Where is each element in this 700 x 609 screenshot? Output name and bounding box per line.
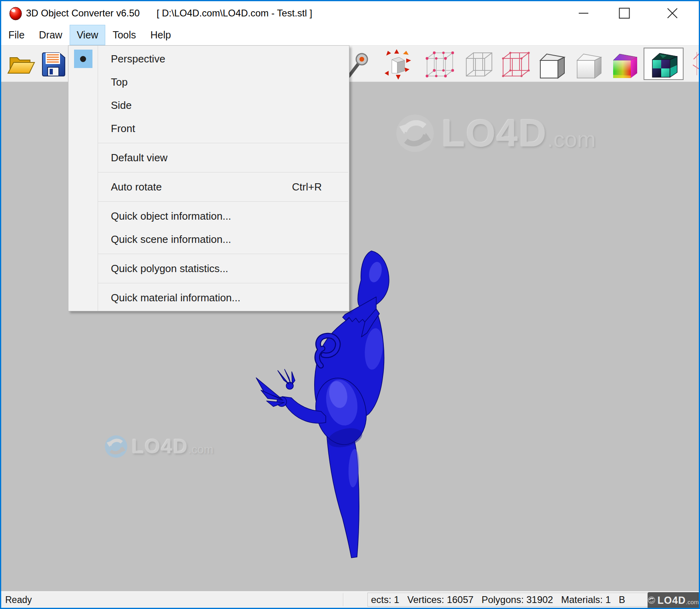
smooth-shaded-cube-button[interactable] (572, 49, 606, 80)
menu-separator (68, 251, 349, 257)
minimize-icon (578, 8, 589, 18)
smooth-shaded-cube-icon (573, 49, 604, 80)
view-menu-dropdown: Perspective Top Side Front Default view … (68, 45, 349, 311)
app-title: 3D Object Converter v6.50 (26, 8, 140, 19)
menu-item-top[interactable]: Top (68, 70, 349, 94)
gradient-colored-cube-icon (609, 49, 640, 80)
app-icon (9, 6, 22, 20)
textured-cube-button-selected[interactable] (644, 48, 684, 80)
flat-shaded-cube-icon (536, 49, 568, 80)
menu-item-quick-polygon-statistics[interactable]: Quick polygon statistics... (68, 257, 349, 280)
menu-item-label: Perspective (111, 53, 165, 65)
gradient-cube-button[interactable] (608, 49, 642, 80)
menu-item-label: Quick scene information... (111, 233, 231, 246)
menu-item-front[interactable]: Front (68, 117, 349, 140)
open-folder-icon (7, 52, 36, 77)
red-wireframe-cube-icon (500, 50, 532, 79)
menu-item-quick-object-information[interactable]: Quick object information... (68, 204, 349, 228)
close-button[interactable] (652, 1, 693, 25)
document-title: [ D:\LO4D.com\LO4D.com - Test.stl ] (156, 8, 312, 19)
explode-normals-button[interactable] (380, 49, 413, 80)
status-separator (343, 593, 343, 606)
menu-item-label: Auto rotate (111, 181, 162, 193)
open-file-button[interactable] (4, 49, 38, 80)
status-ready: Ready (5, 595, 32, 605)
menu-separator (68, 280, 349, 286)
app-window: 3D Object Converter v6.50 [ D:\LO4D.com\… (0, 0, 700, 609)
menu-item-auto-rotate[interactable]: Auto rotate Ctrl+R (68, 175, 349, 198)
menu-item-side[interactable]: Side (68, 94, 349, 117)
menu-separator (68, 169, 349, 175)
pin-probe-icon (347, 51, 368, 78)
exploding-cube-icon (380, 48, 413, 80)
minimize-button[interactable] (565, 1, 602, 25)
close-icon (667, 8, 678, 19)
flat-shaded-cube-button[interactable] (535, 49, 569, 80)
menu-item-perspective[interactable]: Perspective (68, 47, 349, 70)
watermark-badge: LO4D .com (648, 592, 699, 608)
vertex-cube-button[interactable] (423, 49, 457, 80)
vertex-wireframe-cube-icon (424, 50, 456, 79)
menu-separator (68, 198, 349, 204)
menu-file[interactable]: File (1, 25, 32, 45)
watermark-tld: .com (686, 599, 699, 605)
menu-item-label: Quick material information... (111, 292, 241, 304)
menu-item-default-view[interactable]: Default view (68, 146, 349, 169)
status-model-info: ects: 1 Vertices: 16057 Polygons: 31902 … (368, 594, 625, 605)
menu-tools[interactable]: Tools (105, 25, 143, 45)
save-floppy-icon (40, 51, 66, 78)
axis-lines-icon (693, 49, 700, 80)
menu-separator (68, 140, 349, 146)
status-bar: Ready ects: 1 Vertices: 16057 Polygons: … (1, 591, 699, 608)
menu-item-label: Side (111, 99, 132, 112)
wireframe-cube-button[interactable] (462, 49, 496, 80)
menu-view[interactable]: View (70, 25, 106, 45)
menu-help[interactable]: Help (143, 25, 178, 45)
menu-bar: File Draw View Tools Help (1, 25, 699, 45)
menu-item-quick-scene-information[interactable]: Quick scene information... (68, 228, 349, 251)
menu-item-quick-material-information[interactable]: Quick material information... (68, 286, 349, 309)
menu-item-label: Quick object information... (111, 210, 231, 222)
menu-item-label: Default view (111, 152, 168, 164)
maximize-button[interactable] (606, 1, 643, 25)
maximize-icon (619, 8, 630, 19)
radio-dot-icon (80, 56, 86, 62)
menu-draw[interactable]: Draw (32, 25, 69, 45)
axis-icon-partial[interactable] (693, 49, 700, 80)
lo4d-logo-icon (648, 595, 656, 605)
menu-item-label: Quick polygon statistics... (111, 262, 228, 275)
wireframe-cube-icon (463, 50, 495, 79)
textured-checker-cube-icon (647, 49, 680, 79)
menu-item-shortcut: Ctrl+R (292, 181, 349, 193)
watermark-text: LO4D (658, 595, 686, 606)
save-file-button[interactable] (36, 49, 70, 80)
menu-item-label: Top (111, 76, 128, 88)
title-bar[interactable]: 3D Object Converter v6.50 [ D:\LO4D.com\… (1, 1, 699, 25)
menu-item-label: Front (111, 122, 135, 135)
radio-selected-indicator (68, 47, 98, 70)
red-wireframe-cube-button[interactable] (499, 49, 533, 80)
